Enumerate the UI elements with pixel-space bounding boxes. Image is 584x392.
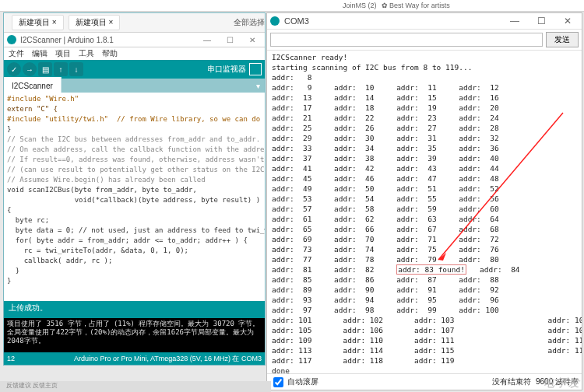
board-info: Arduino Pro or Pro Mini, ATmega328 (5V, …	[74, 354, 262, 364]
menu-help[interactable]: 帮助	[102, 48, 118, 59]
ide-toolbar: ✓ → ▤ ↑ ↓ 串口监视器	[4, 60, 265, 79]
serial-footer: 自动滚屏 没有结束符 9600 波特率	[267, 373, 582, 390]
bg-tab: JoinMS (2)	[343, 2, 377, 9]
line-number: 12	[7, 355, 15, 362]
open-sketch-button[interactable]: ↑	[54, 62, 68, 76]
serial-input[interactable]	[270, 33, 543, 47]
autoscroll-input[interactable]	[273, 377, 283, 387]
serial-inputbar: 发送	[267, 30, 582, 51]
minimize-button[interactable]: —	[198, 36, 216, 44]
ide-os-tabs: 新建项目 × 新建项目 × 全部选择	[4, 13, 265, 33]
ide-tabstrip: I2CScanner ▾	[4, 79, 265, 93]
serial-title: COM3	[284, 16, 499, 26]
serial-output[interactable]: I2CScanner ready!starting scanning of I2…	[267, 51, 582, 373]
maximize-button[interactable]: ☐	[530, 16, 552, 26]
serial-monitor-button[interactable]	[249, 63, 262, 75]
send-button[interactable]: 发送	[546, 32, 579, 47]
serial-monitor-label: 串口监视器	[207, 64, 248, 75]
ide-menubar: 文件 编辑 项目 工具 帮助	[4, 47, 265, 60]
serial-titlebar: COM3 — ☐ ✕	[267, 13, 582, 30]
tab-menu-button[interactable]: ▾	[251, 82, 265, 90]
console-line: 全局变量使用了422字节，(20%)的动态内存，余留1626字节局部变量。最大为…	[7, 328, 262, 345]
code-editor[interactable]: #include "Wire.h"extern "C" {#include "u…	[4, 93, 265, 301]
minimize-button[interactable]: —	[504, 16, 526, 26]
line-ending-select[interactable]: 没有结束符	[492, 376, 531, 387]
serial-monitor-window: COM3 — ☐ ✕ 发送 I2CScanner ready!starting …	[266, 12, 582, 390]
ide-console: 项目使用了 3516 字节，占用了 (11%) 程序存储空间。最大为 30720…	[4, 318, 265, 352]
arduino-logo-icon	[270, 16, 280, 26]
menu-file[interactable]: 文件	[9, 48, 24, 59]
os-tab[interactable]: 新建项目 ×	[69, 15, 121, 30]
bg-tab: ✿ Best Way for artists	[382, 2, 450, 9]
ide-status: 上传成功。	[4, 301, 265, 318]
os-tab[interactable]: 新建项目 ×	[12, 15, 64, 30]
taskbar-fragment: 反馈建议 反馈主页	[0, 381, 271, 392]
menu-sketch[interactable]: 项目	[55, 48, 71, 59]
menu-tools[interactable]: 工具	[79, 48, 94, 59]
arduino-logo-icon	[7, 35, 16, 44]
new-sketch-button[interactable]: ▤	[38, 62, 52, 76]
autoscroll-checkbox[interactable]: 自动滚屏	[270, 375, 318, 390]
close-button[interactable]: ✕	[557, 16, 579, 26]
save-sketch-button[interactable]: ↓	[69, 62, 83, 76]
arduino-ide-window: 新建项目 × 新建项目 × 全部选择 I2CScanner | Arduino …	[3, 12, 266, 366]
menu-edit[interactable]: 编辑	[32, 48, 47, 59]
close-button[interactable]: ✕	[243, 36, 262, 44]
upload-button[interactable]: →	[23, 62, 37, 76]
background-tabs: JoinMS (2) ✿ Best Way for artists	[0, 0, 584, 12]
console-line: 项目使用了 3516 字节，占用了 (11%) 程序存储空间。最大为 30720…	[7, 320, 262, 328]
ide-titlebar: I2CScanner | Arduino 1.8.1 — ☐ ✕	[4, 33, 265, 47]
verify-button[interactable]: ✓	[7, 62, 21, 76]
ide-title: I2CScanner | Arduino 1.8.1	[20, 36, 194, 44]
sketch-tab[interactable]: I2CScanner	[4, 77, 62, 94]
maximize-button[interactable]: ☐	[220, 36, 239, 44]
select-all[interactable]: 全部选择	[234, 17, 265, 28]
baud-select[interactable]: 9600 波特率	[536, 376, 579, 387]
ide-footer: 12 Arduino Pro or Pro Mini, ATmega328 (5…	[4, 352, 265, 365]
